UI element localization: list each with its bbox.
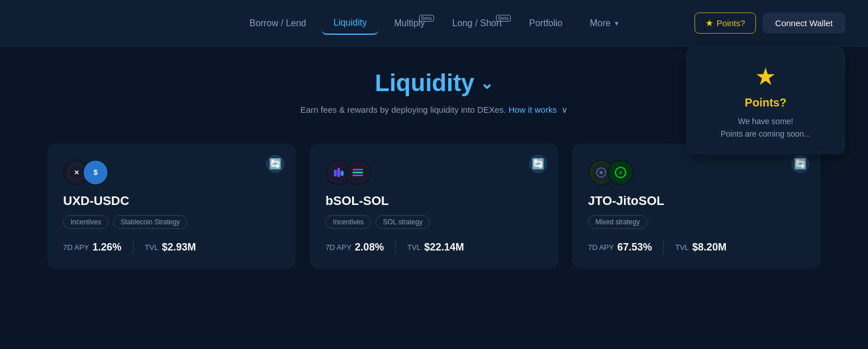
popup-text: We have some! Points are coming soon... [700,115,832,141]
card-tags-2: Incentives SOL strategy [325,215,542,229]
navbar: Borrow / Lend Liquidity Multiply Beta Lo… [0,0,868,47]
subtitle-expand-icon[interactable]: ∨ [561,105,568,114]
tag-strategy-2: SOL strategy [375,215,430,229]
svg-text:≡: ≡ [618,169,622,176]
card-stats-2: 7D APY 2.08% TVL $22.14M [325,240,542,254]
cards-row: 🔄 ✕ $ UXD-USDC Incentives [36,143,832,269]
connect-wallet-button[interactable]: Connect Wallet [763,13,845,34]
card-jto-jitosol[interactable]: 🔄 ≡ JTO-JitoSOL [572,143,821,269]
tag-incentives-1: Incentives [63,215,109,229]
tvl-stat-1: TVL $2.93M [145,241,196,253]
apy-stat-3: 7D APY 67.53% [588,241,652,253]
chevron-down-icon: ▾ [615,19,618,27]
incentive-icon-2: 🔄 [532,158,544,170]
card-icons-1: ✕ $ [63,159,280,186]
tvl-stat-2: TVL $22.14M [407,241,464,253]
token-icon-sol [345,159,371,186]
points-popup: ★ Points? We have some! Points are comin… [686,47,845,154]
nav-portfolio[interactable]: Portfolio [518,13,574,34]
page-subtitle: Earn fees & rewards by deploying liquidi… [300,105,568,115]
stat-divider-1 [133,240,134,254]
card-icons-2 [325,159,542,186]
svg-text:✕: ✕ [74,169,79,176]
card-name-1: UXD-USDC [63,194,280,208]
svg-rect-7 [341,171,344,176]
popup-title: Points? [700,96,832,109]
tag-strategy-3: Mixed strategy [588,215,647,229]
card-name-3: JTO-JitoSOL [588,194,805,208]
card-name-2: bSOL-SOL [325,194,542,208]
how-it-works-link[interactable]: How it works [509,105,557,114]
nav-liquidity[interactable]: Liquidity [322,12,378,35]
apy-stat-1: 7D APY 1.26% [63,241,122,253]
svg-rect-6 [337,168,340,177]
card-uxd-usdc[interactable]: 🔄 ✕ $ UXD-USDC Incentives [47,143,296,269]
title-chevron-icon[interactable]: ⌄ [480,74,493,93]
nav-long-short[interactable]: Long / Short Beta [441,13,513,34]
popup-star-icon: ★ [700,63,832,91]
beta-badge-multiply: Beta [419,15,435,22]
tag-incentives-2: Incentives [325,215,371,229]
token-icon-usdc: $ [82,159,109,186]
nav-right: ★ Points? Connect Wallet [695,13,845,34]
card-stats-3: 7D APY 67.53% TVL $8.20M [588,240,805,254]
card-badge-2: 🔄 [529,155,547,173]
card-badge-3: 🔄 [791,155,809,173]
nav-links: Borrow / Lend Liquidity Multiply Beta Lo… [238,12,630,35]
svg-point-14 [600,171,603,174]
points-button[interactable]: ★ Points? [695,13,756,34]
stat-divider-3 [663,240,664,254]
nav-borrow-lend[interactable]: Borrow / Lend [238,13,318,34]
tvl-stat-3: TVL $8.20M [675,241,726,253]
card-stats-1: 7D APY 1.26% TVL $2.93M [63,240,280,254]
card-badge-1: 🔄 [266,155,284,173]
incentive-icon: 🔄 [269,158,282,170]
nav-more[interactable]: More ▾ [578,13,630,34]
stat-divider-2 [395,240,396,254]
beta-badge-longshort: Beta [496,15,511,22]
card-tags-1: Incentives Stablecoin Strategy [63,215,280,229]
card-tags-3: Mixed strategy [588,215,805,229]
incentive-icon-3: 🔄 [794,158,807,170]
svg-text:$: $ [93,168,98,176]
star-icon: ★ [705,18,713,28]
card-icons-3: ≡ [588,159,805,186]
apy-stat-2: 7D APY 2.08% [325,241,384,253]
page-title: Liquidity ⌄ [375,69,493,97]
token-icon-jitosol: ≡ [607,159,634,186]
tag-strategy-1: Stablecoin Strategy [113,215,187,229]
card-bsol-sol[interactable]: 🔄 [309,143,558,269]
nav-multiply[interactable]: Multiply Beta [383,13,436,34]
svg-rect-5 [334,170,337,176]
